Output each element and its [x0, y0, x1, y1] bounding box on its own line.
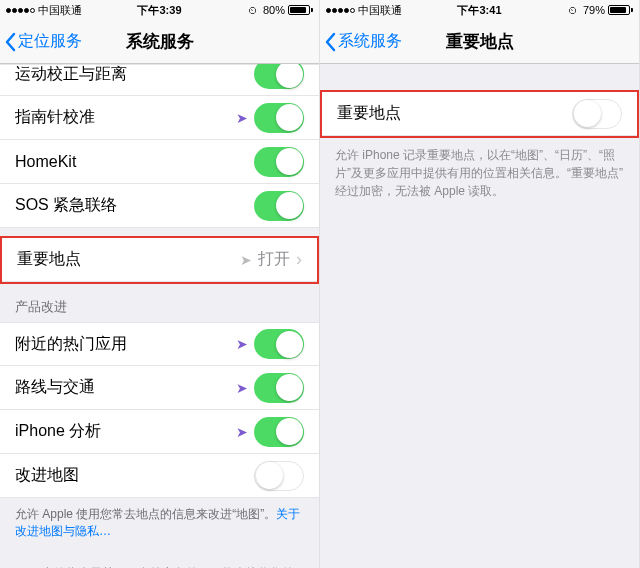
row-popular-nearby[interactable]: 附近的热门应用 ➤: [0, 322, 319, 366]
row-label: iPhone 分析: [15, 421, 101, 442]
location-arrow-icon: ➤: [240, 252, 252, 268]
row-label: 指南针校准: [15, 107, 95, 128]
row-label: 路线与交通: [15, 377, 95, 398]
row-label: 改进地图: [15, 465, 79, 486]
row-label: 运动校正与距离: [15, 64, 127, 85]
alarm-icon: [568, 4, 580, 16]
battery-pct: 79%: [583, 4, 605, 16]
row-motion-distance[interactable]: 运动校正与距离: [0, 64, 319, 96]
toggle-switch[interactable]: [254, 191, 304, 221]
phone-right: 中国联通 下午3:41 79% 系统服务 重要地点 重要地点 允许 iPhone…: [320, 0, 640, 568]
carrier-label: 中国联通: [38, 3, 82, 18]
toggle-switch[interactable]: [254, 103, 304, 133]
nav-bar: 系统服务 重要地点: [320, 20, 639, 64]
row-routing-traffic[interactable]: 路线与交通 ➤: [0, 366, 319, 410]
toggle-switch[interactable]: [254, 147, 304, 177]
row-value: 打开: [258, 249, 290, 270]
alarm-icon: [248, 4, 260, 16]
location-arrow-icon: ➤: [236, 424, 248, 440]
status-bar: 中国联通 下午3:41 79%: [320, 0, 639, 20]
location-arrow-icon: ➤: [22, 565, 34, 568]
nav-title: 系统服务: [0, 30, 319, 53]
carrier-label: 中国联通: [358, 3, 402, 18]
nav-bar: 定位服务 系统服务: [0, 20, 319, 64]
row-label: HomeKit: [15, 153, 76, 171]
toggle-switch[interactable]: [254, 64, 304, 89]
signal-icon: [6, 8, 35, 13]
footer-note: 允许 Apple 使用您常去地点的信息来改进“地图”。关于改进地图与隐私…: [0, 498, 319, 548]
row-improve-maps[interactable]: 改进地图: [0, 454, 319, 498]
section-header: 产品改进: [0, 284, 319, 322]
chevron-right-icon: ›: [296, 249, 302, 270]
description-text: 允许 iPhone 记录重要地点，以在“地图”、“日历”、“照片”及更多应用中提…: [320, 138, 639, 208]
row-label: SOS 紧急联络: [15, 195, 117, 216]
toggle-switch[interactable]: [254, 373, 304, 403]
phone-left: 中国联通 下午3:39 80% 定位服务 系统服务 运动校正与距离 指南针校准 …: [0, 0, 320, 568]
row-label: 重要地点: [337, 103, 401, 124]
toggle-switch[interactable]: [254, 461, 304, 491]
row-label: 附近的热门应用: [15, 334, 127, 355]
battery-icon: [288, 5, 313, 15]
battery-icon: [608, 5, 633, 15]
status-bar: 中国联通 下午3:39 80%: [0, 0, 319, 20]
toggle-switch[interactable]: [254, 329, 304, 359]
nav-title: 重要地点: [320, 30, 639, 53]
signal-icon: [326, 8, 355, 13]
row-homekit[interactable]: HomeKit: [0, 140, 319, 184]
row-significant-locations-toggle[interactable]: 重要地点: [322, 92, 637, 136]
row-iphone-analytics[interactable]: iPhone 分析 ➤: [0, 410, 319, 454]
row-significant-locations[interactable]: 重要地点 ➤ 打开 ›: [2, 238, 317, 282]
location-arrow-icon: ➤: [236, 336, 248, 352]
battery-pct: 80%: [263, 4, 285, 16]
location-arrow-icon: ➤: [236, 380, 248, 396]
legend-item: ➤ 空箭头表示某项目在特定条件下可能会接收您的位置信息。: [0, 558, 319, 568]
toggle-switch[interactable]: [572, 99, 622, 129]
row-label: 重要地点: [17, 249, 81, 270]
row-sos[interactable]: SOS 紧急联络: [0, 184, 319, 228]
row-compass[interactable]: 指南针校准 ➤: [0, 96, 319, 140]
toggle-switch[interactable]: [254, 417, 304, 447]
location-arrow-icon: ➤: [236, 110, 248, 126]
